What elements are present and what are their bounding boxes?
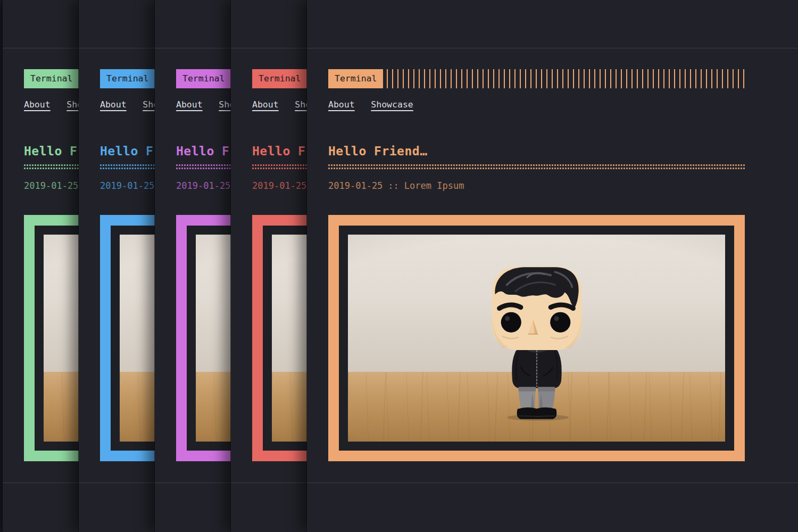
site-header: Terminal — [328, 69, 745, 88]
site-logo-badge[interactable]: Terminal — [252, 69, 307, 88]
nav-link-about[interactable]: About — [24, 99, 51, 110]
nav-link-about[interactable]: About — [328, 99, 355, 110]
title-dots-decoration — [328, 164, 745, 169]
post-date: 2019-01-25 — [328, 181, 383, 190]
top-strip — [307, 0, 798, 48]
site-nav: About Showcase — [328, 99, 745, 110]
nav-link-showcase[interactable]: Showcase — [371, 99, 413, 110]
post-date: 2019-01-25 — [24, 181, 78, 190]
nav-link-about[interactable]: About — [252, 99, 279, 110]
nav-link-about[interactable]: About — [100, 99, 127, 110]
post-date: 2019-01-25 — [252, 181, 306, 190]
meta-separator: :: — [388, 181, 398, 190]
theme-variant-panel-orange: Terminal About Showcase Hello Friend… 20… — [307, 0, 798, 532]
site-logo-badge[interactable]: Terminal — [176, 69, 231, 88]
panel-content: Terminal About Showcase Hello Friend… 20… — [307, 48, 798, 483]
funko-figure-illustration — [491, 265, 583, 421]
post-date: 2019-01-25 — [176, 181, 230, 190]
bottom-strip — [307, 483, 798, 532]
site-logo-badge[interactable]: Terminal — [24, 69, 79, 88]
site-logo-badge[interactable]: Terminal — [100, 69, 155, 88]
site-logo-badge[interactable]: Terminal — [328, 69, 383, 88]
nav-link-about[interactable]: About — [176, 99, 203, 110]
post-date: 2019-01-25 — [100, 181, 154, 190]
theme-preview-stage: Terminal About Showcase Hello Friend… 20… — [0, 0, 798, 532]
funko-photo — [348, 235, 725, 442]
post-meta: 2019-01-25 :: Lorem Ipsum — [328, 181, 745, 190]
post-category: Lorem Ipsum — [404, 181, 464, 190]
logo-bars-decoration — [387, 69, 745, 88]
post-title: Hello Friend… — [328, 144, 745, 158]
post-image-frame — [328, 215, 745, 461]
